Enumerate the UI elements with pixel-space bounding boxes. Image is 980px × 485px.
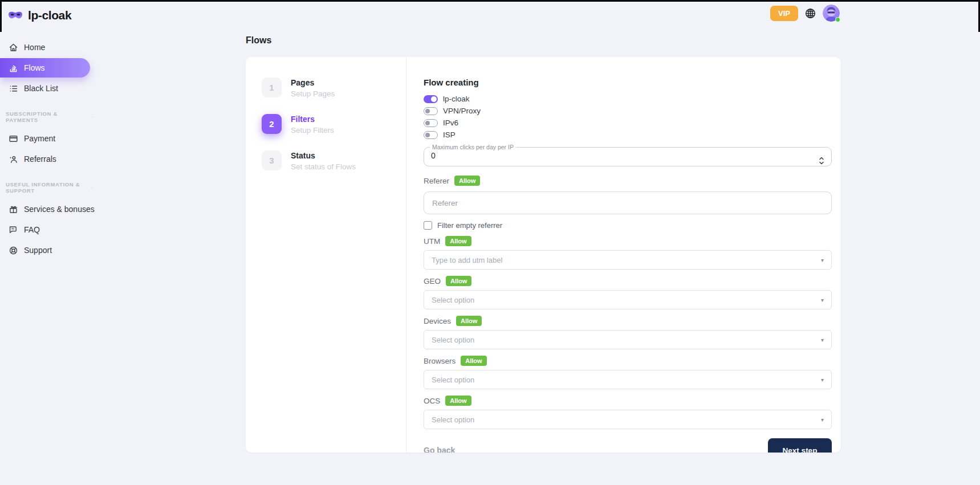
chevron-down-icon: ▾ (821, 257, 824, 263)
switch-knob (425, 121, 430, 125)
app-root: lp-cloak Home (0, 0, 980, 485)
select-placeholder: Select option (432, 296, 474, 304)
max-clicks-input[interactable] (429, 151, 785, 160)
step-title: Pages (291, 78, 335, 87)
geo-allow-badge[interactable]: Allow (446, 276, 471, 286)
sidebar-item-label: Referrals (24, 154, 56, 164)
sidebar-item-label: Home (24, 43, 45, 52)
referer-allow-badge[interactable]: Allow (454, 176, 480, 186)
sidebar-item-label: Services & bonuses (24, 205, 95, 214)
sidebar-item-services-bonuses[interactable]: Services & bonuses (0, 199, 99, 219)
toggle-switch-on[interactable] (424, 95, 438, 103)
window-edge-left (0, 0, 2, 32)
page-content: Flows 1 Pages Setup Pages 2 Filters (246, 0, 841, 453)
section-header-label: SUBSCRIPTION & PAYMENTS (6, 111, 87, 123)
sidebar-item-label: Flows (24, 63, 45, 72)
brand-logo[interactable]: lp-cloak (0, 7, 99, 24)
toggle-isp[interactable]: ISP (424, 129, 832, 141)
step-filters[interactable]: 2 Filters Setup Filters (262, 114, 406, 135)
empty-referrer-label: Filter empty referrer (437, 221, 502, 230)
select-placeholder: Select option (432, 376, 474, 384)
vip-button[interactable]: VIP (770, 6, 798, 21)
toggle-lp-cloak[interactable]: lp-cloak (424, 93, 832, 105)
step-subtitle: Set status of Flows (291, 162, 356, 171)
max-clicks-label: Maximum clicks per day per IP (430, 144, 516, 150)
sidebar-item-flows[interactable]: Flows (0, 58, 90, 78)
brand-name: lp-cloak (28, 9, 71, 22)
step-subtitle: Setup Pages (291, 89, 335, 98)
mask-logo-icon (7, 10, 23, 21)
window-edge-top (0, 0, 980, 2)
toggle-switch-off[interactable] (424, 119, 438, 127)
sidebar-item-referrals[interactable]: Referrals (0, 149, 99, 169)
referer-input[interactable] (424, 191, 832, 214)
list-icon (8, 83, 18, 93)
toggle-ipv6[interactable]: IPv6 (424, 117, 832, 129)
ocs-label: OCS (424, 397, 440, 405)
referer-label-row: Referer Allow (424, 176, 832, 186)
browsers-allow-badge[interactable]: Allow (461, 356, 486, 366)
gift-icon (8, 204, 18, 214)
online-status-dot (835, 17, 840, 22)
devices-label-row: Devices Allow (424, 316, 832, 326)
ocs-group: OCS Allow Select option ▾ (424, 396, 832, 429)
globe-language-icon[interactable] (804, 7, 816, 19)
section-header-label: USEFUL INFORMATION & SUPPORT (6, 181, 87, 194)
svg-text:?!: ?! (11, 227, 14, 231)
step-title: Filters (291, 115, 334, 124)
geo-select[interactable]: Select option ▾ (424, 290, 832, 309)
ocs-allow-badge[interactable]: Allow (445, 396, 471, 406)
chevron-down-icon: ▾ (821, 297, 824, 303)
sidebar-item-support[interactable]: Support (0, 241, 99, 260)
faq-bubble-icon: ?! (8, 225, 18, 235)
next-step-button[interactable]: Next step (768, 438, 832, 453)
devices-group: Devices Allow Select option ▾ (424, 316, 832, 349)
referer-label: Referer (424, 177, 449, 185)
toggle-vpn-proxy[interactable]: VPN/Proxy (424, 105, 832, 117)
lifebuoy-icon (8, 245, 18, 255)
step-text: Pages Setup Pages (291, 78, 335, 98)
step-status[interactable]: 3 Status Set status of Flows (262, 150, 406, 171)
home-icon (8, 42, 18, 52)
flows-icon (8, 63, 18, 73)
sidebar-item-home[interactable]: Home (0, 38, 99, 57)
browsers-select[interactable]: Select option ▾ (424, 370, 832, 389)
number-stepper-icon[interactable] (818, 156, 825, 166)
devices-select[interactable]: Select option ▾ (424, 330, 832, 349)
step-number: 2 (262, 114, 282, 134)
filter-empty-referrer-row[interactable]: Filter empty referrer (424, 221, 832, 230)
chevron-down-icon: ▾ (821, 337, 824, 343)
switch-knob (425, 109, 430, 113)
section-divider (91, 188, 93, 188)
utm-select[interactable]: Type to add utm label ▾ (424, 250, 832, 270)
sidebar-item-black-list[interactable]: Black List (0, 79, 99, 98)
chevron-down-icon: ▾ (821, 417, 824, 423)
switch-knob (431, 96, 437, 102)
geo-group: GEO Allow Select option ▾ (424, 276, 832, 309)
sidebar-item-label: Payment (24, 134, 55, 143)
chevron-down-icon: ▾ (821, 377, 824, 383)
toggle-switch-off[interactable] (424, 131, 438, 139)
devices-allow-badge[interactable]: Allow (456, 316, 482, 326)
go-back-button[interactable]: Go back (424, 446, 455, 453)
sidebar-item-label: FAQ (24, 225, 40, 234)
user-avatar[interactable] (823, 5, 840, 22)
sidebar-section-support: USEFUL INFORMATION & SUPPORT (6, 181, 99, 194)
flow-form: Flow creating lp-cloak VPN/Proxy IPv (406, 57, 841, 453)
sidebar-item-faq[interactable]: ?! FAQ (0, 220, 99, 239)
empty-referrer-checkbox[interactable] (424, 221, 432, 230)
devices-label: Devices (424, 317, 451, 325)
flow-card: 1 Pages Setup Pages 2 Filters Setup Filt… (246, 57, 841, 453)
sidebar-item-payment[interactable]: Payment (0, 129, 99, 148)
step-text: Status Set status of Flows (291, 150, 356, 171)
step-pages[interactable]: 1 Pages Setup Pages (262, 78, 406, 98)
ocs-select[interactable]: Select option ▾ (424, 410, 832, 429)
toggle-switch-off[interactable] (424, 107, 438, 115)
utm-allow-badge[interactable]: Allow (445, 236, 471, 246)
select-placeholder: Type to add utm label (432, 256, 502, 264)
step-number: 1 (262, 78, 282, 97)
form-title: Flow creating (424, 78, 832, 87)
browsers-group: Browsers Allow Select option ▾ (424, 356, 832, 389)
topbar-actions: VIP (770, 5, 840, 22)
sidebar-section-payments: SUBSCRIPTION & PAYMENTS (6, 111, 99, 123)
